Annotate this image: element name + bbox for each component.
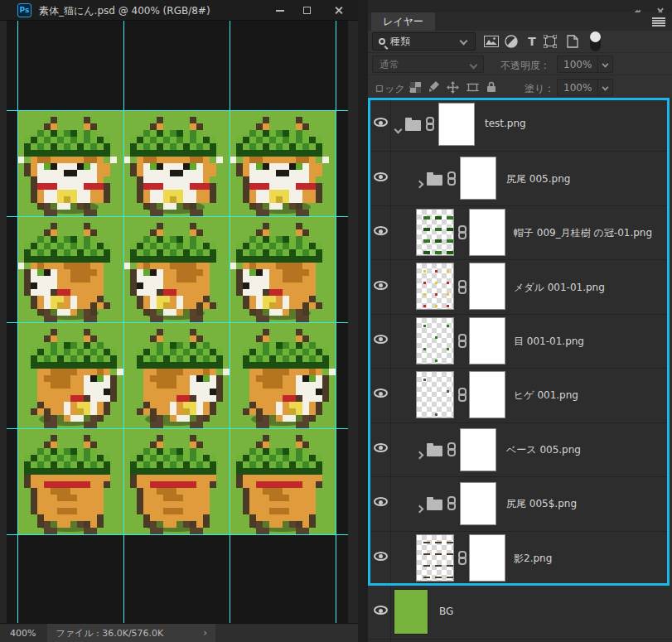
visibility-eye-icon[interactable] xyxy=(374,389,388,398)
filter-type-layers-button[interactable]: T xyxy=(524,33,540,50)
layer-name: 帽子 009_月桂樹 の冠-01.png xyxy=(514,226,652,240)
mask-link-icon[interactable] xyxy=(447,171,456,186)
lock-all-button[interactable] xyxy=(484,80,499,94)
layer-row-bg[interactable]: BG xyxy=(368,586,672,640)
lock-transparent-pixels-button[interactable] xyxy=(408,80,423,94)
layer-mask-thumbnail[interactable] xyxy=(469,263,505,310)
cat-sprite-left-3 xyxy=(230,216,336,322)
layer-mask-thumbnail[interactable] xyxy=(438,103,475,146)
filter-toggle-switch[interactable] xyxy=(590,31,601,51)
document-title: 素体_猫にん.psd @ 400% (RGB/8#) xyxy=(39,4,210,18)
fill-dropdown-button[interactable] xyxy=(597,80,612,95)
document-window: Ps 素体_猫にん.psd @ 400% (RGB/8#) 400% ファイル … xyxy=(0,0,358,642)
layer-thumbnail[interactable] xyxy=(416,371,454,418)
expand-chevron[interactable] xyxy=(417,500,423,515)
cat-sprite-front-2 xyxy=(123,110,230,216)
layer-mask-thumbnail[interactable] xyxy=(469,317,505,364)
minimize-button[interactable] xyxy=(267,0,293,21)
layer-thumbnail[interactable] xyxy=(416,209,454,256)
filter-shape-layers-button[interactable] xyxy=(542,33,558,50)
layer-mask-thumbnail[interactable] xyxy=(460,157,496,200)
expand-chevron[interactable] xyxy=(417,446,423,461)
opacity-control[interactable]: 100% xyxy=(557,56,613,73)
maximize-button[interactable] xyxy=(293,0,320,21)
collapse-chevron[interactable] xyxy=(395,120,401,136)
layer-row[interactable]: 帽子 009_月桂樹 の冠-01.png xyxy=(368,206,670,260)
layer-row[interactable]: 尻尾 005$.png xyxy=(368,477,670,531)
chevron-down-icon xyxy=(602,84,609,91)
document-title-bar[interactable]: Ps 素体_猫にん.psd @ 400% (RGB/8#) xyxy=(0,0,358,21)
layer-mask-thumbnail[interactable] xyxy=(469,209,505,256)
file-info-chip[interactable]: ファイル : 36.0K/576.0K › xyxy=(47,624,215,642)
layer-mask-thumbnail[interactable] xyxy=(460,482,496,525)
mask-link-icon[interactable] xyxy=(458,280,467,294)
tab-layers[interactable]: レイヤー xyxy=(371,12,435,31)
layer-name: 影2.png xyxy=(514,552,552,566)
folder-icon xyxy=(427,446,442,456)
layer-list: test.png尻尾 005.png帽子 009_月桂樹 の冠-01.pngメダ… xyxy=(368,98,672,642)
lock-position-button[interactable] xyxy=(445,80,460,94)
visibility-eye-icon[interactable] xyxy=(374,226,388,235)
visibility-eye-icon[interactable] xyxy=(374,281,388,290)
filter-adjustment-layers-button[interactable] xyxy=(503,33,520,50)
layer-name: BG xyxy=(439,606,453,617)
close-button[interactable] xyxy=(325,0,351,21)
layer-row[interactable]: 影2.png xyxy=(368,532,670,586)
mask-link-icon[interactable] xyxy=(426,117,434,131)
layer-thumbnail[interactable] xyxy=(416,263,454,310)
mask-link-icon[interactable] xyxy=(447,496,456,510)
layer-mask-thumbnail[interactable] xyxy=(469,534,505,582)
layer-row[interactable]: ベース 005.png xyxy=(368,423,670,477)
page-icon xyxy=(567,35,578,48)
visibility-eye-icon[interactable] xyxy=(374,172,388,181)
panel-menu-icon[interactable] xyxy=(652,17,665,27)
visibility-eye-icon[interactable] xyxy=(374,335,388,344)
visibility-eye-icon[interactable] xyxy=(374,552,388,561)
layer-mask-thumbnail[interactable] xyxy=(460,428,496,471)
visibility-eye-icon[interactable] xyxy=(374,443,388,452)
layer-thumbnail[interactable] xyxy=(394,589,428,635)
layer-row[interactable]: 尻尾 005.png xyxy=(368,152,670,205)
lock-image-pixels-button[interactable] xyxy=(426,80,441,94)
mask-link-icon[interactable] xyxy=(458,388,467,402)
cat-sprite-left-1 xyxy=(17,216,123,322)
fill-control[interactable]: 100% xyxy=(557,79,613,96)
filter-pixel-layers-button[interactable] xyxy=(483,33,500,50)
mask-link-icon[interactable] xyxy=(458,225,467,239)
layer-row[interactable]: test.png xyxy=(368,98,670,152)
canvas-viewport[interactable] xyxy=(7,21,348,623)
guide-horizontal xyxy=(7,110,348,111)
zoom-level[interactable]: 400% xyxy=(10,628,36,639)
panel-tab-bar: レイヤー xyxy=(368,12,672,31)
guide-horizontal xyxy=(7,534,348,535)
blend-mode-value: 通常 xyxy=(380,59,399,70)
layer-thumbnail[interactable] xyxy=(416,534,454,582)
layer-mask-thumbnail[interactable] xyxy=(469,371,505,418)
layer-row[interactable]: メダル 001-01.png xyxy=(368,260,670,314)
filter-smart-object-button[interactable] xyxy=(564,33,581,50)
visibility-eye-icon[interactable] xyxy=(374,497,388,506)
mask-link-icon[interactable] xyxy=(458,334,467,348)
layer-row[interactable]: ヒゲ 001.png xyxy=(368,369,670,422)
visibility-eye-icon[interactable] xyxy=(374,118,388,127)
mask-link-icon[interactable] xyxy=(447,442,456,456)
cat-sprite-back-3 xyxy=(230,428,336,534)
minimize-icon xyxy=(276,10,284,12)
opacity-dropdown-button[interactable] xyxy=(597,56,612,72)
mask-link-icon[interactable] xyxy=(458,551,467,565)
layer-name: 尻尾 005$.png xyxy=(506,497,577,511)
layer-thumbnail[interactable] xyxy=(416,317,454,364)
filter-kind-select[interactable]: 種類 xyxy=(372,32,476,51)
layer-name: メダル 001-01.png xyxy=(514,281,605,295)
cat-sprite-right-3 xyxy=(230,322,336,428)
cat-sprite-front-1 xyxy=(17,110,123,216)
status-expand-icon[interactable]: › xyxy=(203,627,207,639)
blend-mode-select[interactable]: 通常 xyxy=(372,56,484,73)
lock-artboard-button[interactable] xyxy=(465,80,480,94)
expand-chevron[interactable] xyxy=(417,175,423,191)
layer-row[interactable]: 目 001-01.png xyxy=(368,315,670,369)
guide-horizontal xyxy=(7,322,348,323)
visibility-eye-icon[interactable] xyxy=(374,606,388,615)
close-icon xyxy=(334,6,343,15)
cat-sprite-left-2 xyxy=(123,216,230,322)
